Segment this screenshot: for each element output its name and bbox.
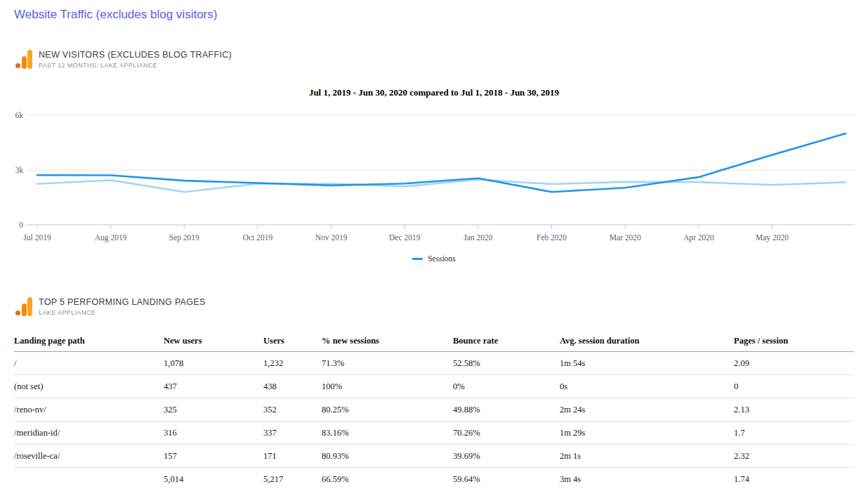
- table-row: /roseville-ca/15717180.93%39.69%2m 1s2.3…: [14, 445, 854, 468]
- legend-item-sessions: Sessions: [412, 254, 456, 263]
- totals-cell: 5,014: [164, 468, 263, 491]
- metric-cell: 2.09: [734, 352, 854, 375]
- metric-cell: 352: [263, 398, 322, 422]
- analytics-icon-dot: [15, 311, 20, 315]
- y-tick-label: 0: [19, 221, 23, 229]
- x-tick-label: Mar 2020: [610, 233, 641, 242]
- metric-cell: 0s: [560, 375, 734, 398]
- column-header: Bounce rate: [453, 330, 560, 352]
- totals-cell: 59.64%: [453, 468, 560, 491]
- metric-cell: 70.26%: [453, 422, 560, 445]
- metric-cell: 1,232: [263, 352, 322, 375]
- metric-cell: 2m 1s: [560, 445, 734, 468]
- metric-cell: 2m 24s: [560, 398, 734, 422]
- x-tick-label: Jul 2019: [23, 233, 51, 242]
- x-tick-label: Apr 2020: [683, 233, 714, 242]
- landing-page-path-cell: /meridian-id/: [14, 422, 164, 445]
- y-tick-label: 3k: [15, 166, 24, 174]
- metric-cell: 49.88%: [453, 398, 560, 422]
- column-header: Avg. session duration: [560, 330, 734, 352]
- table-row: (not set)437438100%0%0s0: [14, 375, 854, 398]
- metric-cell: 52.58%: [453, 352, 560, 375]
- section-title: NEW VISITORS (EXCLUDES BLOG TRAFFIC): [39, 50, 232, 60]
- totals-cell: 66.59%: [322, 468, 453, 491]
- y-tick-label: 6k: [15, 111, 24, 119]
- metric-cell: 80.93%: [322, 445, 453, 468]
- column-header: Users: [263, 330, 322, 352]
- metric-cell: 437: [164, 375, 263, 398]
- x-tick-label: Sep 2019: [169, 233, 199, 242]
- page-title[interactable]: Website Traffic (excludes blog visitors): [14, 8, 217, 22]
- section-subtitle: LAKE APPLIANCE: [39, 309, 206, 316]
- metric-cell: 0: [734, 375, 854, 398]
- metric-cell: 157: [164, 445, 263, 468]
- legend-swatch-icon: [412, 258, 423, 260]
- landing-page-path-cell: /roseville-ca/: [14, 445, 164, 468]
- x-tick-label: Dec 2019: [389, 233, 421, 242]
- landing-pages-table: Landing page pathNew usersUsers% new ses…: [14, 330, 854, 490]
- metric-cell: 316: [164, 422, 263, 445]
- metric-cell: 100%: [322, 375, 453, 398]
- section-title: TOP 5 PERFORMING LANDING PAGES: [39, 297, 206, 307]
- metric-cell: 1,078: [164, 352, 263, 375]
- section-header-landing-pages: TOP 5 PERFORMING LANDING PAGES LAKE APPL…: [15, 297, 206, 316]
- report-page: Website Traffic (excludes blog visitors)…: [0, 0, 868, 496]
- totals-cell: [14, 468, 164, 491]
- chart-legend: Sessions: [0, 254, 868, 263]
- section-header-new-visitors: NEW VISITORS (EXCLUDES BLOG TRAFFIC) PAS…: [15, 50, 232, 69]
- metric-cell: 80.25%: [322, 398, 453, 422]
- legend-label: Sessions: [428, 254, 456, 263]
- landing-page-path-cell: /: [14, 352, 164, 375]
- analytics-icon-dot: [15, 63, 20, 68]
- analytics-icon-mid-bar: [22, 56, 27, 69]
- totals-cell: 5,217: [263, 468, 322, 491]
- column-header: Pages / session: [734, 330, 854, 352]
- totals-cell: 3m 4s: [560, 468, 734, 491]
- sessions-line-chart: 03k6kJul 2019Aug 2019Sep 2019Oct 2019Nov…: [0, 105, 868, 250]
- column-header: Landing page path: [14, 330, 164, 352]
- table-row: /reno-nv/32535280.25%49.88%2m 24s2.13: [14, 398, 854, 422]
- analytics-icon-mid-bar: [22, 304, 27, 316]
- section-subtitle: PAST 12 MONTHS: LAKE APPLIANCE: [39, 62, 232, 69]
- table-totals-row: 5,0145,21766.59%59.64%3m 4s1.74: [14, 468, 854, 491]
- metric-cell: 2.13: [734, 398, 854, 422]
- x-tick-label: Nov 2019: [315, 233, 348, 242]
- metric-cell: 1m 54s: [560, 352, 734, 375]
- metric-cell: 1m 29s: [560, 422, 734, 445]
- analytics-icon-tall-bar: [27, 297, 32, 316]
- metric-cell: 171: [263, 445, 322, 468]
- metric-cell: 2.32: [734, 445, 854, 468]
- metric-cell: 325: [164, 398, 263, 422]
- x-tick-label: May 2020: [756, 233, 789, 242]
- metric-cell: 39.69%: [453, 445, 560, 468]
- analytics-icon: [15, 297, 32, 316]
- table-row: /1,0781,23271.3%52.58%1m 54s2.09: [14, 352, 854, 375]
- metric-cell: 1.7: [734, 422, 854, 445]
- table-row: /meridian-id/31633783.16%70.26%1m 29s1.7: [14, 422, 854, 445]
- metric-cell: 438: [263, 375, 322, 398]
- x-tick-label: Aug 2019: [95, 233, 127, 242]
- x-tick-label: Feb 2020: [537, 233, 567, 242]
- metric-cell: 83.16%: [322, 422, 453, 445]
- x-tick-label: Oct 2019: [243, 233, 273, 242]
- analytics-icon: [15, 50, 32, 69]
- landing-page-path-cell: (not set): [14, 375, 164, 398]
- column-header: New users: [164, 330, 263, 352]
- metric-cell: 71.3%: [322, 352, 453, 375]
- metric-cell: 0%: [453, 375, 560, 398]
- metric-cell: 337: [263, 422, 322, 445]
- table-header-row: Landing page pathNew usersUsers% new ses…: [14, 330, 854, 352]
- column-header: % new sessions: [322, 330, 453, 352]
- analytics-icon-tall-bar: [27, 50, 32, 69]
- landing-page-path-cell: /reno-nv/: [14, 398, 164, 422]
- x-tick-label: Jan 2020: [463, 233, 492, 242]
- chart-title: Jul 1, 2019 - Jun 30, 2020 compared to J…: [0, 87, 868, 98]
- totals-cell: 1.74: [734, 468, 854, 491]
